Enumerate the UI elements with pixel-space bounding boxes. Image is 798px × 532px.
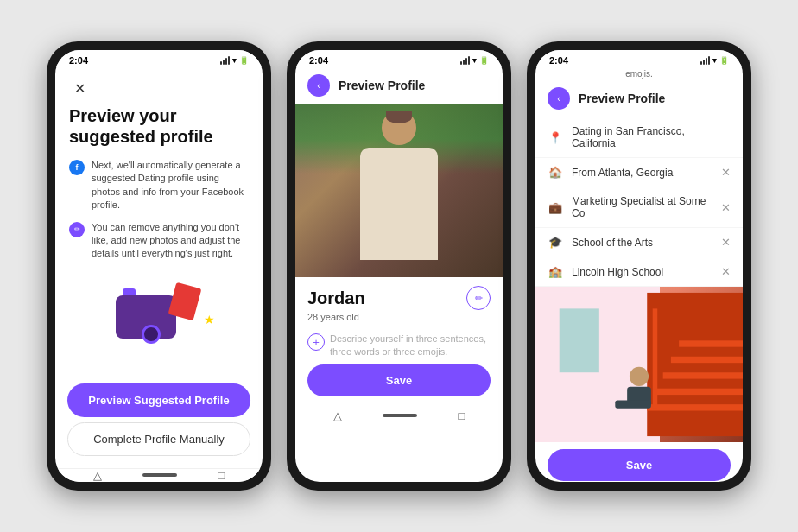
time-2: 2:04 [309,55,328,66]
header-title-2: Preview Profile [339,79,425,92]
preview-suggested-profile-button[interactable]: Preview Suggested Profile [67,383,250,417]
info-item-2: ✏ You can remove anything you don't like… [69,221,249,261]
status-bar-1: 2:04 ▾ 🔋 [55,50,263,67]
detail-hometown: 🏠 From Atlanta, Georgia ✕ [535,158,743,187]
bio-placeholder-text: Describe yourself in three sentences, th… [330,332,491,359]
svg-rect-7 [679,340,743,346]
svg-rect-2 [647,293,743,436]
add-bio-button[interactable]: + [307,333,325,351]
home-icon: 🏠 [548,166,563,179]
detail-text-4: School of the Arts [572,237,712,249]
battery-icon: 🔋 [239,56,249,65]
status-bar-2: 2:04 ▾ 🔋 [295,50,503,67]
status-bar-3: 2:04 ▾ 🔋 [535,50,743,67]
svg-rect-11 [615,401,651,408]
phone1-main-content: ✕ Preview your suggested profile f Next,… [55,67,263,375]
nav-bar-2: △ □ [295,402,503,429]
remove-school2-button[interactable]: ✕ [721,265,731,278]
book-decoration [168,282,202,320]
phone-2: 2:04 ▾ 🔋 ‹ Preview Profile [287,41,511,491]
svg-rect-4 [655,389,743,395]
emojis-badge: emojis. [535,67,743,80]
close-button[interactable]: ✕ [69,78,90,98]
svg-point-9 [630,367,649,386]
detail-text-1: Dating in San Francisco, California [572,125,731,149]
time-1: 2:04 [69,55,88,66]
school-icon-2: 🏫 [548,265,563,278]
back-button-2[interactable]: ‹ [307,74,330,97]
signal-icon-3 [700,56,710,65]
facebook-icon: f [69,160,85,175]
nav-bar-1: △ □ [55,468,263,482]
svg-rect-6 [671,357,743,363]
home-nav-button-2[interactable] [383,414,417,417]
person-photo [347,117,451,277]
detail-school2: 🏫 Lincoln High School ✕ [535,257,743,287]
staircase-svg [535,287,743,442]
phone3-main-content: 📍 Dating in San Francisco, California 🏠 … [535,117,743,482]
svg-rect-5 [663,372,743,378]
battery-icon-3: 🔋 [719,56,729,65]
wifi-icon-2: ▾ [472,56,477,65]
bottom-buttons: Preview Suggested Profile Complete Profi… [55,375,263,468]
person-head [382,111,416,145]
back-button-3[interactable]: ‹ [548,87,570,110]
person-body [360,148,438,260]
complete-profile-manually-button[interactable]: Complete Profile Manually [67,422,250,456]
profile-info: Jordan ✏ 28 years old [295,277,503,332]
back-nav-icon[interactable]: △ [93,469,102,482]
wifi-icon: ▾ [232,56,237,65]
pencil-icon: ✏ [69,222,85,238]
save-button-2[interactable]: Save [307,364,491,396]
status-icons-1: ▾ 🔋 [220,56,249,65]
remove-job-button[interactable]: ✕ [721,201,731,214]
profile-age: 28 years old [307,312,491,322]
camera-illustration: ★ [69,269,249,364]
camera-body [116,295,176,339]
remove-hometown-button[interactable]: ✕ [721,166,731,179]
profile-name-row: Jordan ✏ [307,286,491,310]
detail-job: 💼 Marketing Specialist at Some Co ✕ [535,187,743,228]
illustration-graphic: ★ [107,278,211,356]
status-icons-2: ▾ 🔋 [460,56,489,65]
battery-icon-2: 🔋 [479,56,489,65]
profile-name: Jordan [307,288,365,308]
edit-name-button[interactable]: ✏ [466,286,491,310]
phone3-header: ‹ Preview Profile [535,80,743,117]
phone2-header: ‹ Preview Profile [295,67,503,104]
detail-text-3: Marketing Specialist at Some Co [572,195,712,219]
signal-icon-2 [460,56,470,65]
header-title-3: Preview Profile [579,92,665,105]
square-nav-icon[interactable]: □ [218,469,225,482]
phone-1: 2:04 ▾ 🔋 ✕ Preview your suggested profil… [47,41,271,491]
profile-photo-1 [295,104,503,277]
time-3: 2:04 [549,55,568,66]
detail-text-5: Lincoln High School [572,266,712,278]
profile-photo-2 [535,287,743,442]
bio-area[interactable]: + Describe yourself in three sentences, … [295,332,503,359]
detail-text-2: From Atlanta, Georgia [572,167,712,179]
detail-school1: 🎓 School of the Arts ✕ [535,228,743,257]
work-icon: 💼 [548,201,563,214]
camera-lens [142,325,161,344]
status-icons-3: ▾ 🔋 [700,56,729,65]
location-icon: 📍 [548,131,563,144]
square-nav-icon-2[interactable]: □ [458,409,465,422]
info-item-1: f Next, we'll automatically generate a s… [69,159,249,212]
home-nav-button[interactable] [142,473,177,477]
svg-rect-3 [647,404,743,410]
svg-rect-1 [560,308,599,372]
detail-location: 📍 Dating in San Francisco, California [535,117,743,158]
page-title: Preview your suggested profile [69,105,249,147]
save-button-3[interactable]: Save [548,449,731,481]
header-container-3: emojis. ‹ Preview Profile [535,67,743,117]
wifi-icon-3: ▾ [712,56,717,65]
phone-3: 2:04 ▾ 🔋 emojis. ‹ Preview Profile [527,41,751,491]
back-nav-icon-2[interactable]: △ [333,409,342,422]
school-icon-1: 🎓 [548,236,563,249]
person-beard [386,111,412,124]
remove-school1-button[interactable]: ✕ [721,236,731,249]
signal-icon [220,56,230,65]
